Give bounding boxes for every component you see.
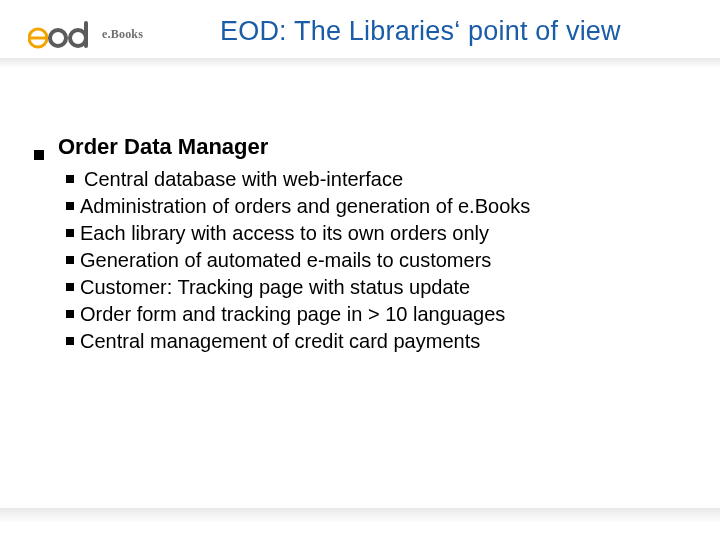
eod-logo-mark [28, 18, 92, 50]
square-bullet-icon [66, 175, 74, 183]
square-bullet-icon [34, 150, 44, 160]
square-bullet-icon [66, 283, 74, 291]
list-item: Each library with access to its own orde… [66, 220, 684, 247]
slide-title: EOD: The Libraries‘ point of view [220, 16, 621, 47]
list-item-text: Central database with web-interface [84, 166, 403, 193]
eod-logo: e.Books [28, 18, 143, 50]
slide-header: e.Books EOD: The Libraries‘ point of vie… [0, 0, 720, 70]
svg-point-3 [70, 30, 86, 46]
bullet-list: Central database with web-interface Admi… [66, 166, 684, 355]
title-underline [0, 58, 720, 68]
list-item-text: Administration of orders and generation … [80, 193, 530, 220]
list-item: Customer: Tracking page with status upda… [66, 274, 684, 301]
list-item-text: Each library with access to its own orde… [80, 220, 489, 247]
list-item: Administration of orders and generation … [66, 193, 684, 220]
list-item-text: Customer: Tracking page with status upda… [80, 274, 470, 301]
list-item-text: Central management of credit card paymen… [80, 328, 480, 355]
square-bullet-icon [66, 310, 74, 318]
square-bullet-icon [66, 256, 74, 264]
content-area: Order Data Manager Central database with… [34, 134, 684, 355]
list-item: Generation of automated e-mails to custo… [66, 247, 684, 274]
square-bullet-icon [66, 202, 74, 210]
list-item: Central database with web-interface [66, 166, 684, 193]
list-item: Order form and tracking page in > 10 lan… [66, 301, 684, 328]
square-bullet-icon [66, 229, 74, 237]
heading-row: Order Data Manager [34, 134, 684, 160]
svg-point-2 [50, 30, 66, 46]
logo-ebooks-text: e.Books [102, 27, 143, 42]
section-heading: Order Data Manager [58, 134, 268, 160]
list-item-text: Generation of automated e-mails to custo… [80, 247, 491, 274]
list-item-text: Order form and tracking page in > 10 lan… [80, 301, 505, 328]
list-item: Central management of credit card paymen… [66, 328, 684, 355]
footer-bar [0, 508, 720, 522]
square-bullet-icon [66, 337, 74, 345]
